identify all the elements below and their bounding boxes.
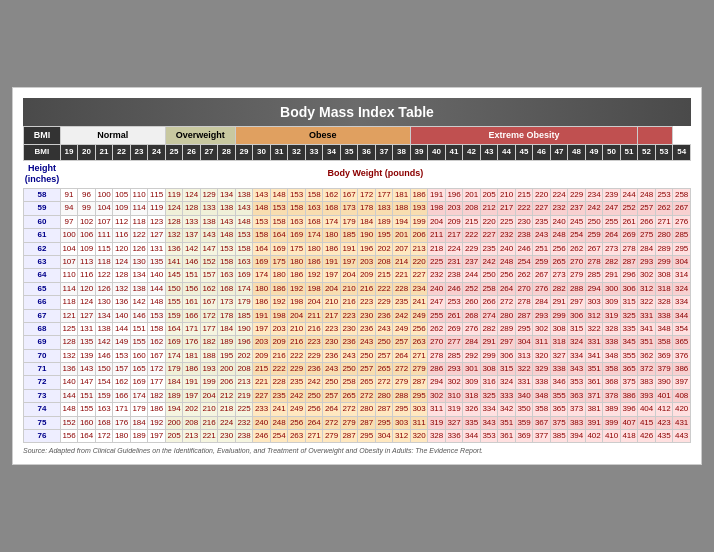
weight-cell: 107 bbox=[60, 255, 78, 268]
weight-cell: 265 bbox=[340, 389, 358, 402]
weight-cell: 227 bbox=[410, 269, 428, 282]
weight-cell: 237 bbox=[463, 255, 481, 268]
weight-cell: 355 bbox=[550, 389, 568, 402]
weight-cell: 169 bbox=[130, 376, 148, 389]
weight-cell: 171 bbox=[113, 403, 131, 416]
weight-cell: 282 bbox=[603, 255, 621, 268]
height-cell: 65 bbox=[24, 282, 61, 295]
weight-cell: 174 bbox=[130, 389, 148, 402]
weight-cell: 210 bbox=[288, 322, 306, 335]
weight-cell: 154 bbox=[95, 376, 113, 389]
height-cell: 69 bbox=[24, 336, 61, 349]
weight-cell: 253 bbox=[445, 296, 463, 309]
weight-cell: 391 bbox=[585, 416, 603, 429]
weight-cell: 230 bbox=[340, 322, 358, 335]
weight-cell: 256 bbox=[498, 269, 516, 282]
weight-cell: 269 bbox=[620, 229, 638, 242]
weight-cell: 318 bbox=[550, 336, 568, 349]
weight-cell: 181 bbox=[183, 349, 201, 362]
weight-cell: 192 bbox=[148, 416, 166, 429]
bmi-label-header: BMI bbox=[24, 126, 61, 145]
weight-cell: 191 bbox=[183, 376, 201, 389]
weight-cell: 204 bbox=[305, 296, 323, 309]
weight-cell: 180 bbox=[270, 269, 288, 282]
weight-cell: 208 bbox=[183, 416, 201, 429]
weight-cell: 221 bbox=[253, 376, 271, 389]
weight-cell: 361 bbox=[585, 376, 603, 389]
weight-cell: 188 bbox=[393, 202, 411, 215]
weight-cell: 302 bbox=[428, 389, 446, 402]
obese-category: Obese bbox=[235, 126, 410, 145]
table-row: 7615616417218018919720521322123023824625… bbox=[24, 430, 691, 443]
weight-cell: 275 bbox=[638, 229, 656, 242]
weight-cell: 272 bbox=[340, 403, 358, 416]
weight-cell: 393 bbox=[638, 389, 656, 402]
bmi-number-cell: 36 bbox=[358, 145, 376, 160]
weight-cell: 247 bbox=[428, 296, 446, 309]
weight-cell: 209 bbox=[253, 349, 271, 362]
weight-cell: 217 bbox=[445, 229, 463, 242]
weight-cell: 223 bbox=[323, 322, 341, 335]
weight-cell: 311 bbox=[428, 403, 446, 416]
weight-cell: 328 bbox=[655, 296, 673, 309]
weight-cell: 248 bbox=[550, 229, 568, 242]
weight-cell: 328 bbox=[428, 430, 446, 443]
weight-cell: 124 bbox=[165, 202, 183, 215]
weight-cell: 189 bbox=[218, 336, 236, 349]
weight-cell: 143 bbox=[200, 229, 218, 242]
weight-cell: 346 bbox=[550, 376, 568, 389]
weight-cell: 115 bbox=[95, 242, 113, 255]
weight-cell: 128 bbox=[183, 202, 201, 215]
weight-cell: 160 bbox=[130, 349, 148, 362]
weight-cell: 123 bbox=[148, 215, 166, 228]
weight-cell: 201 bbox=[393, 229, 411, 242]
weight-cell: 279 bbox=[323, 430, 341, 443]
weight-cell: 327 bbox=[445, 416, 463, 429]
bmi-number-cell: 47 bbox=[550, 145, 568, 160]
weight-cell: 216 bbox=[200, 416, 218, 429]
weight-cell: 261 bbox=[620, 215, 638, 228]
weight-cell: 211 bbox=[305, 309, 323, 322]
weight-cell: 213 bbox=[410, 242, 428, 255]
weight-cell: 204 bbox=[340, 269, 358, 282]
weight-cell: 173 bbox=[340, 202, 358, 215]
weight-cell: 178 bbox=[218, 309, 236, 322]
weight-cell: 246 bbox=[515, 242, 533, 255]
weight-cell: 299 bbox=[550, 309, 568, 322]
weight-cell: 214 bbox=[393, 255, 411, 268]
bmi-number-cell: 19 bbox=[60, 145, 78, 160]
weight-cell: 295 bbox=[410, 389, 428, 402]
weight-cell: 184 bbox=[165, 376, 183, 389]
weight-cell: 345 bbox=[620, 336, 638, 349]
weight-cell: 325 bbox=[480, 389, 498, 402]
weight-cell: 198 bbox=[270, 309, 288, 322]
weight-cell: 252 bbox=[463, 282, 481, 295]
weight-cell: 257 bbox=[393, 336, 411, 349]
weight-cell: 248 bbox=[498, 255, 516, 268]
weight-cell: 224 bbox=[445, 242, 463, 255]
weight-cell: 198 bbox=[428, 202, 446, 215]
weight-cell: 215 bbox=[515, 189, 533, 202]
weight-cell: 242 bbox=[585, 202, 603, 215]
weight-cell: 166 bbox=[113, 389, 131, 402]
table-row: 6097102107112118123128133138143148153158… bbox=[24, 215, 691, 228]
weight-cell: 250 bbox=[305, 389, 323, 402]
height-cell: 67 bbox=[24, 309, 61, 322]
weight-cell: 191 bbox=[323, 255, 341, 268]
weight-cell: 394 bbox=[568, 430, 586, 443]
height-cell: 72 bbox=[24, 376, 61, 389]
table-row: 5891961001051101151191241291341381431481… bbox=[24, 189, 691, 202]
weight-cell: 240 bbox=[550, 215, 568, 228]
weight-cell: 216 bbox=[340, 296, 358, 309]
weight-cell: 150 bbox=[95, 363, 113, 376]
weight-cell: 263 bbox=[288, 430, 306, 443]
weight-cell: 293 bbox=[445, 363, 463, 376]
weight-cell: 216 bbox=[288, 336, 306, 349]
weight-cell: 159 bbox=[165, 309, 183, 322]
weight-cell: 107 bbox=[95, 215, 113, 228]
weight-cell: 279 bbox=[410, 363, 428, 376]
weight-cell: 158 bbox=[288, 202, 306, 215]
weight-cell: 110 bbox=[130, 189, 148, 202]
bmi-number-cell: 37 bbox=[375, 145, 393, 160]
weight-cell: 162 bbox=[323, 189, 341, 202]
